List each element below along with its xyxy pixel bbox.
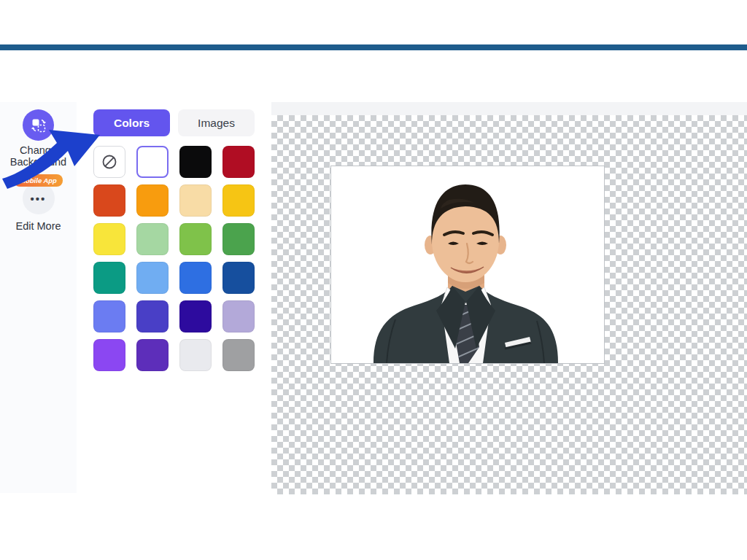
color-swatch-dark-blue[interactable] [222, 262, 255, 294]
color-swatch-light-gray[interactable] [179, 339, 212, 371]
tools-sidebar: Change Background Mobile App ••• Edit Mo… [0, 102, 77, 493]
color-swatch-purple[interactable] [93, 339, 125, 371]
color-swatch-indigo[interactable] [136, 300, 169, 332]
color-swatch-periwinkle[interactable] [93, 300, 125, 332]
color-swatch-teal[interactable] [93, 262, 125, 294]
background-options-panel: Colors Images [77, 102, 271, 494]
color-swatch-lavender[interactable] [222, 300, 255, 332]
edited-photo[interactable] [330, 166, 605, 364]
header: PicWish Back API For Developers Reupload… [0, 50, 747, 103]
swatch-grid [93, 146, 255, 371]
mobile-app-badge: Mobile App [14, 174, 63, 187]
sidebar-item-change-background[interactable]: Change Background [0, 109, 77, 168]
color-swatch-light-blue[interactable] [136, 262, 169, 294]
sidebar-item-edit-more[interactable]: Mobile App ••• Edit More [0, 173, 77, 232]
color-swatch-yellow[interactable] [93, 223, 125, 255]
man-in-suit-illustration [331, 166, 604, 363]
color-swatch-green[interactable] [222, 223, 255, 255]
tab-colors[interactable]: Colors [93, 109, 170, 136]
color-swatch-golden-yellow[interactable] [222, 184, 255, 217]
color-swatch-orange-red[interactable] [93, 184, 125, 217]
color-swatch-deep-purple[interactable] [136, 339, 169, 371]
color-swatch-transparent-none[interactable] [93, 146, 125, 178]
color-swatch-orange[interactable] [136, 184, 169, 217]
color-swatch-gray[interactable] [222, 339, 255, 371]
tab-images[interactable]: Images [178, 109, 255, 136]
edit-more-label: Edit More [0, 220, 77, 232]
color-swatch-blue[interactable] [179, 262, 212, 294]
top-divider-bar [0, 44, 747, 50]
color-swatch-navy-purple[interactable] [179, 300, 212, 332]
color-swatch-black[interactable] [179, 146, 212, 178]
color-swatch-white[interactable] [136, 146, 169, 178]
change-background-label: Change Background [0, 144, 77, 168]
color-swatch-light-green[interactable] [136, 223, 169, 255]
color-swatch-crimson[interactable] [222, 146, 255, 178]
color-swatch-peach[interactable] [179, 184, 212, 217]
no-color-icon [101, 154, 117, 170]
change-background-icon[interactable] [23, 109, 54, 141]
color-swatch-yellow-green[interactable] [179, 223, 212, 255]
more-dots-icon[interactable]: ••• [23, 182, 55, 214]
